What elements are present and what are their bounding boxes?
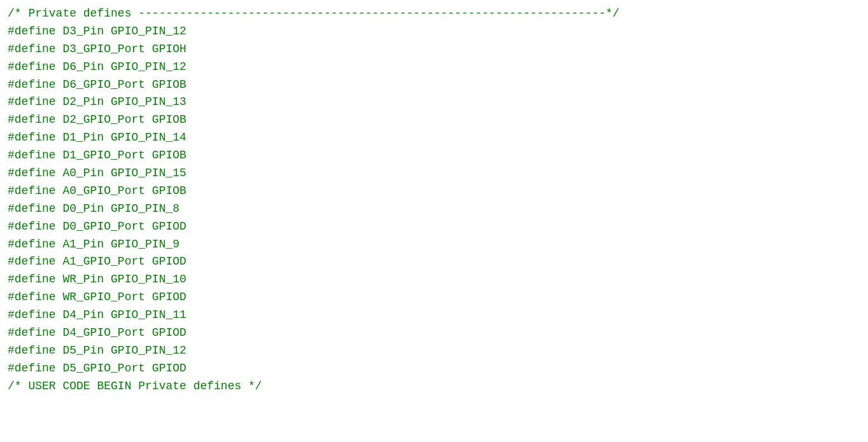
code-line: #define D5_Pin GPIO_PIN_12: [8, 342, 860, 360]
code-line: #define A1_Pin GPIO_PIN_9: [8, 236, 860, 254]
code-line: #define A0_Pin GPIO_PIN_15: [8, 165, 860, 183]
code-line: #define D6_GPIO_Port GPIOB: [8, 76, 860, 94]
code-line: #define D6_Pin GPIO_PIN_12: [8, 59, 860, 76]
code-line: #define WR_Pin GPIO_PIN_10: [8, 271, 860, 289]
code-line: #define D2_Pin GPIO_PIN_13: [8, 93, 860, 111]
code-line: #define WR_GPIO_Port GPIOD: [8, 289, 860, 307]
code-line: #define A1_GPIO_Port GPIOD: [8, 253, 860, 271]
code-line: #define A0_GPIO_Port GPIOB: [8, 183, 860, 200]
code-line: #define D0_Pin GPIO_PIN_8: [8, 200, 860, 218]
code-line: /* USER CODE BEGIN Private defines */: [8, 378, 860, 396]
code-line: /* Private defines ---------------------…: [8, 5, 860, 23]
code-line: #define D1_GPIO_Port GPIOB: [8, 147, 860, 165]
code-line: #define D1_Pin GPIO_PIN_14: [8, 129, 860, 147]
code-line: #define D3_GPIO_Port GPIOH: [8, 41, 860, 59]
code-line: #define D5_GPIO_Port GPIOD: [8, 360, 860, 378]
code-line: #define D3_Pin GPIO_PIN_12: [8, 23, 860, 41]
code-line: #define D2_GPIO_Port GPIOB: [8, 111, 860, 129]
code-line: #define D4_Pin GPIO_PIN_11: [8, 307, 860, 324]
code-line: #define D0_GPIO_Port GPIOD: [8, 218, 860, 236]
code-line: #define D4_GPIO_Port GPIOD: [8, 324, 860, 342]
code-editor: /* Private defines ---------------------…: [8, 5, 860, 396]
